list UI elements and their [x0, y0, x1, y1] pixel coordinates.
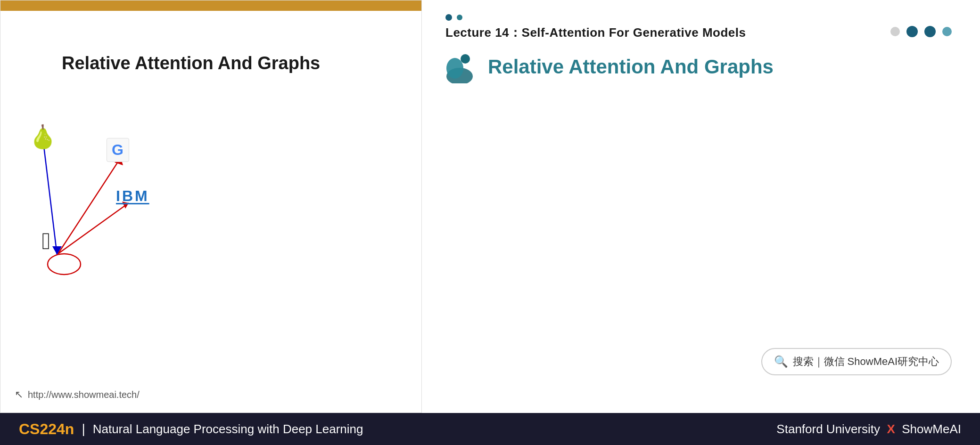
nav-dot-1: [890, 27, 900, 36]
slide-title: Relative Attention And Graphs: [62, 53, 398, 73]
nav-dot-2: [906, 26, 918, 37]
right-panel: Lecture 14：Self-Attention For Generative…: [422, 0, 980, 413]
search-text: 搜索｜微信 ShowMeAI研究中心: [793, 355, 939, 369]
course-code: CS224n: [19, 421, 74, 438]
google-g-letter: G: [112, 141, 124, 158]
svg-line-1: [58, 158, 121, 254]
nav-dot-3: [924, 26, 936, 37]
course-title: Natural Language Processing with Deep Le…: [93, 422, 363, 437]
bottom-bar: CS224n | Natural Language Processing wit…: [0, 413, 980, 445]
ibm-node: IBM: [116, 187, 149, 205]
search-icon: 🔍: [774, 355, 788, 368]
nav-dots: [890, 26, 952, 37]
slide-content: Relative Attention And Graphs 🍐: [0, 11, 421, 413]
slide-top-bar: [0, 0, 421, 11]
svg-point-3: [48, 254, 81, 275]
course-separator: |: [82, 421, 85, 437]
top-dot-2: [457, 15, 462, 20]
section-header: Relative Attention And Graphs: [445, 50, 956, 83]
x-separator: X: [887, 422, 895, 436]
apple-icon: : [42, 227, 50, 255]
svg-point-8: [446, 58, 463, 79]
top-dots: [445, 14, 956, 21]
university-name: Stanford University: [776, 422, 880, 436]
slide-url: ↖ http://www.showmeai.tech/: [15, 388, 140, 401]
pear-node: 🍐: [29, 124, 57, 150]
bottom-bar-right: Stanford University X ShowMeAI: [776, 422, 961, 437]
search-box[interactable]: 🔍 搜索｜微信 ShowMeAI研究中心: [761, 348, 952, 375]
brand-name: ShowMeAI: [902, 422, 961, 436]
slide-panel: Relative Attention And Graphs 🍐: [0, 0, 422, 413]
nav-dot-4: [942, 27, 952, 36]
svg-point-9: [461, 54, 470, 64]
cursor-icon: ↖: [15, 388, 23, 401]
top-dot-1: [445, 14, 452, 21]
teal-logo-icon: [445, 50, 478, 83]
section-title: Relative Attention And Graphs: [488, 56, 774, 78]
url-text: http://www.showmeai.tech/: [28, 389, 140, 400]
graph-area: 🍐 G IBM : [24, 114, 213, 293]
svg-line-2: [58, 203, 129, 254]
lecture-subtitle: Lecture 14：Self-Attention For Generative…: [445, 24, 956, 41]
bottom-bar-left: CS224n | Natural Language Processing wit…: [19, 421, 363, 438]
google-node: G: [107, 138, 129, 162]
